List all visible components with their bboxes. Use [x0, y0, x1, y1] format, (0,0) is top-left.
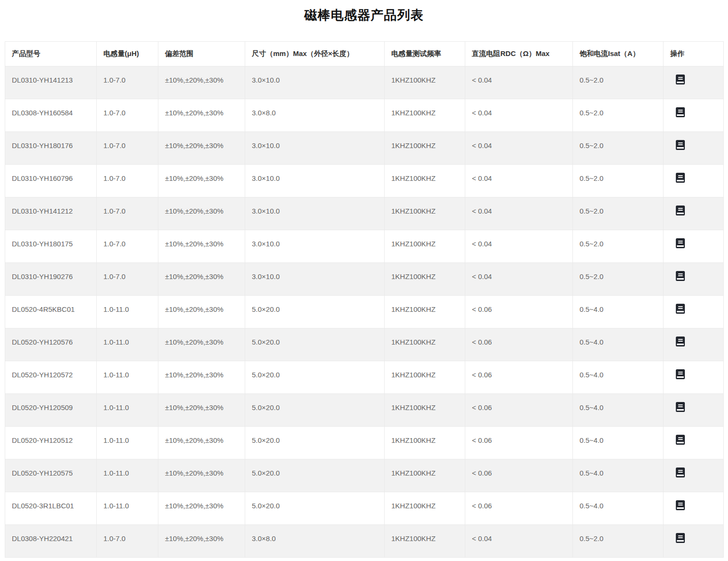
cell-test_freq: 1KHZ100KHZ: [385, 197, 465, 230]
cell-size: 3.0×10.0: [245, 230, 385, 263]
cell-test_freq: 1KHZ100KHZ: [385, 296, 465, 328]
cell-model: DL0308-YH220421: [5, 525, 97, 558]
cell-model: DL0310-YH160796: [5, 165, 97, 197]
view-detail-button[interactable]: [676, 271, 685, 281]
cell-model: DL0310-YH180175: [5, 230, 97, 263]
table-row: DL0310-YH1412121.0-7.0±10%,±20%,±30%3.0×…: [5, 197, 724, 230]
cell-inductance: 1.0-7.0: [97, 525, 158, 558]
cell-size: 3.0×10.0: [245, 66, 385, 99]
view-detail-button[interactable]: [676, 369, 685, 380]
cell-inductance: 1.0-11.0: [97, 328, 158, 361]
cell-test_freq: 1KHZ100KHZ: [385, 132, 465, 165]
cell-rdc: < 0.04: [465, 525, 573, 558]
cell-rdc: < 0.06: [465, 459, 573, 492]
cell-model: DL0520-3R1LBC01: [5, 492, 97, 525]
cell-rdc: < 0.06: [465, 394, 573, 427]
cell-model: DL0520-YH120575: [5, 459, 97, 492]
column-header-tolerance: 偏差范围: [158, 42, 245, 66]
view-detail-button[interactable]: [676, 337, 685, 347]
cell-test_freq: 1KHZ100KHZ: [385, 165, 465, 197]
table-row: DL0308-YH2204211.0-7.0±10%,±20%,±30%3.0×…: [5, 525, 724, 558]
cell-model: DL0520-YH120576: [5, 328, 97, 361]
view-detail-button[interactable]: [676, 173, 685, 183]
cell-action: [663, 459, 724, 492]
table-header-row: 产品型号电感量(μH)偏差范围尺寸（mm）Max（外径×长度）电感量测试频率直流…: [5, 42, 724, 66]
cell-model: DL0308-YH160584: [5, 99, 97, 132]
view-detail-button[interactable]: [676, 140, 685, 150]
column-header-action: 操作: [663, 42, 724, 66]
cell-rdc: < 0.04: [465, 132, 573, 165]
view-detail-button[interactable]: [676, 238, 685, 249]
cell-isat: 0.5~4.0: [573, 394, 663, 427]
cell-isat: 0.5~4.0: [573, 361, 663, 394]
view-detail-button[interactable]: [676, 75, 685, 85]
cell-isat: 0.5~4.0: [573, 328, 663, 361]
cell-tolerance: ±10%,±20%,±30%: [158, 525, 245, 558]
cell-test_freq: 1KHZ100KHZ: [385, 459, 465, 492]
cell-isat: 0.5~2.0: [573, 99, 663, 132]
document-icon: [676, 140, 685, 150]
cell-tolerance: ±10%,±20%,±30%: [158, 99, 245, 132]
view-detail-button[interactable]: [676, 500, 685, 511]
cell-tolerance: ±10%,±20%,±30%: [158, 66, 245, 99]
cell-test_freq: 1KHZ100KHZ: [385, 99, 465, 132]
cell-action: [663, 197, 724, 230]
view-detail-button[interactable]: [676, 468, 685, 478]
cell-tolerance: ±10%,±20%,±30%: [158, 459, 245, 492]
view-detail-button[interactable]: [676, 107, 685, 118]
view-detail-button[interactable]: [676, 304, 685, 314]
cell-test_freq: 1KHZ100KHZ: [385, 492, 465, 525]
document-icon: [676, 468, 685, 477]
table-row: DL0308-YH1605841.0-7.0±10%,±20%,±30%3.0×…: [5, 99, 724, 132]
view-detail-button[interactable]: [676, 435, 685, 445]
product-table-container: 产品型号电感量(μH)偏差范围尺寸（mm）Max（外径×长度）电感量测试频率直流…: [5, 41, 723, 558]
cell-test_freq: 1KHZ100KHZ: [385, 525, 465, 558]
cell-rdc: < 0.06: [465, 427, 573, 459]
document-icon: [676, 75, 685, 84]
table-row: DL0520-YH1205751.0-11.0±10%,±20%,±30%5.0…: [5, 459, 724, 492]
cell-size: 5.0×20.0: [245, 427, 385, 459]
cell-test_freq: 1KHZ100KHZ: [385, 328, 465, 361]
cell-tolerance: ±10%,±20%,±30%: [158, 361, 245, 394]
cell-isat: 0.5~4.0: [573, 459, 663, 492]
cell-inductance: 1.0-7.0: [97, 197, 158, 230]
table-row: DL0520-3R1LBC011.0-11.0±10%,±20%,±30%5.0…: [5, 492, 724, 525]
cell-action: [663, 394, 724, 427]
cell-rdc: < 0.06: [465, 361, 573, 394]
cell-size: 3.0×10.0: [245, 165, 385, 197]
view-detail-button[interactable]: [676, 206, 685, 216]
table-row: DL0520-4R5KBC011.0-11.0±10%,±20%,±30%5.0…: [5, 296, 724, 328]
cell-model: DL0520-4R5KBC01: [5, 296, 97, 328]
cell-size: 5.0×20.0: [245, 459, 385, 492]
cell-inductance: 1.0-7.0: [97, 99, 158, 132]
cell-action: [663, 361, 724, 394]
view-detail-button[interactable]: [676, 533, 685, 543]
cell-inductance: 1.0-11.0: [97, 427, 158, 459]
cell-inductance: 1.0-7.0: [97, 230, 158, 263]
cell-isat: 0.5~2.0: [573, 525, 663, 558]
cell-action: [663, 263, 724, 296]
cell-test_freq: 1KHZ100KHZ: [385, 394, 465, 427]
cell-isat: 0.5~2.0: [573, 66, 663, 99]
table-row: DL0310-YH1801751.0-7.0±10%,±20%,±30%3.0×…: [5, 230, 724, 263]
view-detail-button[interactable]: [676, 402, 685, 412]
document-icon: [676, 206, 685, 215]
cell-size: 5.0×20.0: [245, 296, 385, 328]
cell-isat: 0.5~2.0: [573, 132, 663, 165]
cell-test_freq: 1KHZ100KHZ: [385, 427, 465, 459]
cell-action: [663, 99, 724, 132]
cell-rdc: < 0.04: [465, 197, 573, 230]
cell-model: DL0520-YH120512: [5, 427, 97, 459]
cell-inductance: 1.0-11.0: [97, 394, 158, 427]
column-header-inductance: 电感量(μH): [97, 42, 158, 66]
document-icon: [676, 304, 685, 314]
page-title: 磁棒电感器产品列表: [0, 7, 728, 24]
cell-size: 3.0×10.0: [245, 132, 385, 165]
table-header: 产品型号电感量(μH)偏差范围尺寸（mm）Max（外径×长度）电感量测试频率直流…: [5, 42, 724, 66]
cell-rdc: < 0.06: [465, 328, 573, 361]
table-row: DL0310-YH1801761.0-7.0±10%,±20%,±30%3.0×…: [5, 132, 724, 165]
cell-rdc: < 0.06: [465, 296, 573, 328]
cell-model: DL0310-YH141212: [5, 197, 97, 230]
cell-size: 3.0×10.0: [245, 263, 385, 296]
cell-inductance: 1.0-7.0: [97, 165, 158, 197]
